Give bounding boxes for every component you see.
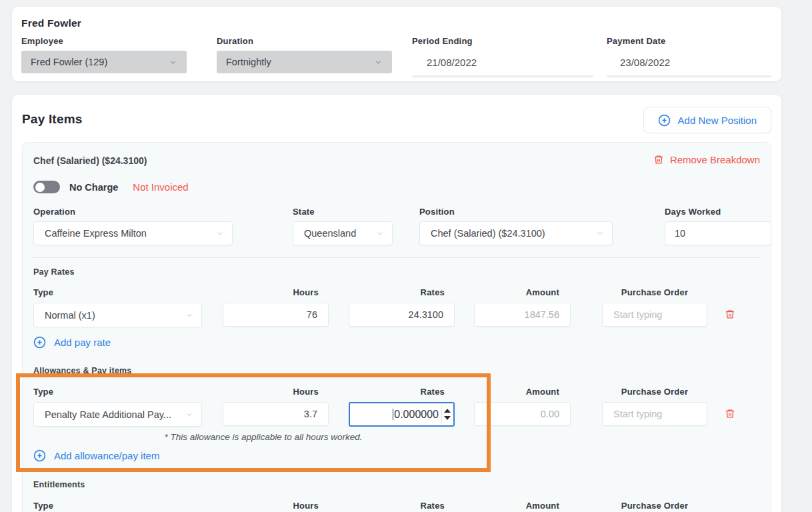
- plus-circle-icon: [658, 114, 671, 127]
- operation-select-value: Caffeine Express Milton: [45, 228, 147, 239]
- chevron-down-icon: [216, 229, 224, 237]
- allowances-section-label: Allowances & Pay items: [33, 366, 132, 375]
- column-header-amount: Amount: [474, 287, 571, 297]
- remove-breakdown-button[interactable]: Remove Breakdown: [653, 154, 760, 165]
- pay-rates-section-label: Pay Rates: [33, 267, 75, 277]
- stepper-up-icon[interactable]: [444, 409, 451, 413]
- position-label: Position: [419, 207, 455, 217]
- no-charge-label: No Charge: [69, 182, 118, 193]
- period-ending-label: Period Ending: [412, 36, 473, 46]
- duration-select-value: Fortnightly: [226, 57, 271, 67]
- pay-items-title: Pay Items: [22, 112, 83, 127]
- pay-rate-row: Normal (x1): [23, 303, 771, 327]
- operation-label: Operation: [33, 207, 75, 217]
- allowance-type-select[interactable]: Penalty Rate Additional Pay...: [33, 402, 202, 427]
- chevron-down-icon: [596, 229, 604, 237]
- chevron-down-icon: [376, 229, 384, 237]
- entitlements-section-label: Entitlements: [33, 480, 85, 489]
- remove-breakdown-label: Remove Breakdown: [670, 154, 760, 165]
- column-header-purchase-order: Purchase Order: [602, 387, 707, 397]
- allowance-rates-input-focused[interactable]: 0.000000: [349, 402, 455, 427]
- employee-summary-card: Fred Fowler Employee Duration Period End…: [12, 7, 781, 81]
- entitlements-header-row: Type Hours Rates Amount Purchase Order: [23, 501, 771, 511]
- duration-select[interactable]: Fortnightly: [217, 51, 392, 73]
- column-header-purchase-order: Purchase Order: [602, 287, 707, 297]
- payment-date-underline: [607, 75, 771, 77]
- column-header-type: Type: [33, 501, 202, 511]
- add-allowance-link[interactable]: Add allowance/pay item: [33, 449, 159, 462]
- pay-items-card: Pay Items Add New Position Chef (Salarie…: [12, 95, 781, 512]
- allowance-note: * This allowance is applicable to all ho…: [33, 432, 493, 442]
- breakdown-title: Chef (Salaried) ($24.3100): [33, 155, 147, 166]
- column-header-purchase-order: Purchase Order: [602, 501, 707, 511]
- add-pay-rate-label: Add pay rate: [54, 337, 111, 348]
- days-worked-input[interactable]: [665, 221, 771, 245]
- allowance-type-value: Penalty Rate Additional Pay...: [45, 409, 171, 420]
- chevron-down-icon: [374, 58, 383, 67]
- add-pay-rate-link[interactable]: Add pay rate: [33, 336, 111, 349]
- number-stepper[interactable]: [441, 405, 452, 424]
- employee-select[interactable]: Fred Fowler (129): [21, 51, 187, 73]
- employee-name-title: Fred Fowler: [21, 17, 81, 29]
- pay-rate-purchase-order-input[interactable]: [602, 303, 707, 327]
- position-select-value: Chef (Salaried) ($24.3100): [431, 228, 545, 239]
- chevron-down-icon: [169, 58, 177, 67]
- allowance-amount-input: [474, 402, 571, 426]
- pay-rate-rates-input[interactable]: [349, 303, 455, 327]
- period-ending-underline: [412, 75, 593, 77]
- pay-rate-type-value: Normal (x1): [45, 310, 95, 321]
- duration-label: Duration: [217, 36, 253, 46]
- allowances-header-row: Type Hours Rates Amount Purchase Order: [23, 387, 771, 397]
- column-header-amount: Amount: [474, 501, 571, 511]
- plus-circle-icon: [33, 336, 46, 349]
- column-header-type: Type: [33, 387, 202, 397]
- allowance-row: Penalty Rate Additional Pay... 0.000000: [23, 402, 771, 427]
- pay-rate-type-select[interactable]: Normal (x1): [33, 303, 202, 327]
- pay-rate-delete-button[interactable]: [725, 309, 739, 320]
- allowance-delete-button[interactable]: [725, 408, 739, 419]
- column-header-hours: Hours: [223, 287, 329, 297]
- column-header-hours: Hours: [223, 387, 329, 397]
- allowance-purchase-order-input[interactable]: [602, 402, 707, 426]
- allowance-rates-value: 0.000000: [394, 409, 439, 421]
- column-header-amount: Amount: [474, 387, 571, 397]
- add-new-position-label: Add New Position: [678, 115, 757, 126]
- add-new-position-button[interactable]: Add New Position: [643, 107, 771, 133]
- employee-select-value: Fred Fowler (129): [31, 57, 107, 67]
- column-header-rates: Rates: [349, 287, 455, 297]
- section-divider: [33, 257, 760, 258]
- pay-rate-hours-input[interactable]: [223, 303, 329, 327]
- payment-date-label: Payment Date: [607, 36, 665, 46]
- add-allowance-label: Add allowance/pay item: [54, 450, 159, 461]
- stepper-down-icon[interactable]: [444, 416, 451, 420]
- column-header-hours: Hours: [223, 501, 329, 511]
- days-worked-label: Days Worked: [665, 207, 721, 217]
- toggle-knob: [35, 183, 45, 192]
- chevron-down-icon: [185, 411, 193, 419]
- period-ending-value: 21/08/2022: [427, 51, 477, 73]
- trash-icon: [725, 408, 739, 419]
- column-header-rates: Rates: [349, 387, 455, 397]
- invoice-status-text: Not Invoiced: [133, 181, 188, 193]
- no-charge-toggle[interactable]: [33, 181, 60, 193]
- position-breakdown-panel: Chef (Salaried) ($24.3100) Remove Breakd…: [22, 142, 771, 512]
- allowance-hours-input[interactable]: [223, 402, 329, 426]
- chevron-down-icon: [185, 311, 193, 319]
- employee-label: Employee: [21, 36, 63, 46]
- operation-select[interactable]: Caffeine Express Milton: [33, 221, 233, 245]
- position-select[interactable]: Chef (Salaried) ($24.3100): [419, 221, 613, 245]
- trash-icon: [725, 309, 739, 320]
- pay-rates-header-row: Type Hours Rates Amount Purchase Order: [23, 287, 771, 298]
- column-header-type: Type: [33, 287, 202, 297]
- payment-date-value: 23/08/2022: [620, 51, 670, 73]
- pay-rate-amount-input: [474, 303, 571, 327]
- text-cursor: [393, 409, 394, 420]
- trash-icon: [653, 154, 664, 165]
- state-select-value: Queensland: [304, 228, 356, 239]
- plus-circle-icon: [33, 449, 46, 462]
- state-label: State: [293, 207, 315, 217]
- column-header-rates: Rates: [349, 501, 455, 511]
- state-select[interactable]: Queensland: [293, 221, 393, 245]
